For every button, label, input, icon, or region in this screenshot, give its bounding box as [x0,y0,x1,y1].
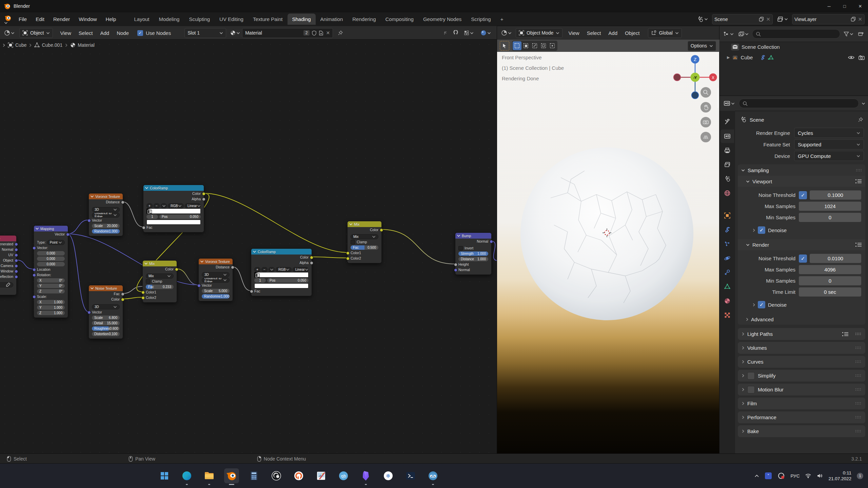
viewlayer-browse-icon[interactable] [775,16,789,23]
node-header[interactable]: ColorRamp [143,185,204,191]
node-mix[interactable]: MixColorMixClampFac0.233Color1Color2 [142,260,177,303]
slider-distance[interactable]: Distance1.000 [458,257,488,261]
properties-tab-scene[interactable] [721,172,734,186]
checkbox-clamp[interactable]: Clamp [143,279,177,284]
checkbox-invert[interactable]: Invert [455,245,491,251]
value-noise-threshold[interactable]: 0.0100 [810,254,861,263]
select-subtract-tool[interactable] [530,41,539,50]
advanced-subpanel-header[interactable]: Advanced [738,314,865,325]
tray-app-icon[interactable]: ” [765,472,772,480]
zoom-button[interactable] [701,87,711,98]
notification-badge[interactable]: 1 [857,473,863,479]
workspace-tab-layout[interactable]: Layout [129,14,154,25]
shader-menu-node[interactable]: Node [113,28,133,38]
node-dropdown[interactable]: Point [47,240,65,245]
taskbar-godot-icon[interactable] [426,468,440,483]
new-collection-icon[interactable] [857,32,865,37]
node-colorramp[interactable]: ColorRampColorAlpha+−RGBLinear1Pos0.050F… [251,248,312,296]
workspace-tab-texture-paint[interactable]: Texture Paint [248,14,288,25]
colorramp-position[interactable]: 1Pos0.050 [251,278,312,283]
workspace-tab-scripting[interactable]: Scripting [466,14,495,25]
denoise-toggle[interactable]: ✓Denoise [738,298,865,312]
dropdown-render-engine[interactable]: Cycles [794,128,864,138]
snap-target-icon[interactable] [462,30,475,36]
menu-help[interactable]: Help [101,14,121,24]
node-header[interactable]: Voronoi Texture [199,259,233,264]
workspace-tab-shading[interactable]: Shading [288,14,316,25]
select-intersect-tool[interactable] [548,41,557,50]
colorramp-tools[interactable]: +−RGBLinear [251,267,312,272]
tray-status-icon[interactable] [777,472,785,480]
workspace-tab-modeling[interactable]: Modeling [154,14,184,25]
color-swatch[interactable] [146,220,201,225]
material-browse-icon[interactable] [229,30,241,36]
node-dropdown[interactable]: Mix [351,234,378,239]
checkbox-checked-icon[interactable]: ✓ [799,191,807,199]
viewport-3d[interactable]: Front Perspective (1) Scene Collection |… [497,40,719,454]
section-bake[interactable]: Bake [738,425,865,437]
viewport-subpanel-header[interactable]: Viewport [738,176,865,187]
properties-tab-modifier[interactable] [721,223,734,237]
menu-edit[interactable]: Edit [31,14,49,24]
value-noise-threshold[interactable]: 0.1000 [810,190,861,200]
taskbar-openproject-icon[interactable] [291,468,306,483]
value-field[interactable]: Z1.000 [37,311,65,315]
taskbar-powershell-icon[interactable] [403,468,418,483]
viewlayer-selector[interactable]: ViewLayer ✕ [792,14,865,24]
shader-menu-select[interactable]: Select [75,28,97,38]
node-header[interactable]: Texture Coordinate [0,236,16,241]
value-max-samples[interactable]: 4096 [799,265,861,274]
use-nodes-toggle[interactable]: ✓ Use Nodes [137,30,171,36]
tweak-tool-button[interactable] [500,41,509,50]
section-curves[interactable]: Curves [738,356,865,368]
node-header[interactable]: Bump [455,233,491,239]
breadcrumb-cube.001[interactable]: Cube.001 [34,42,62,48]
display-mode-icon[interactable] [722,32,735,37]
taskbar-blender-icon[interactable] [224,468,239,483]
volume-icon[interactable] [817,473,823,478]
value-max-samples[interactable]: 1024 [799,202,861,211]
section-simplify[interactable]: Simplify [738,370,865,382]
dropdown-device[interactable]: GPU Compute [794,151,864,161]
properties-tab-data[interactable] [721,280,734,293]
editor-type-icon[interactable] [722,100,736,107]
value-field[interactable]: X0° [37,278,65,283]
checkbox-clamp[interactable]: Clamp [348,239,381,245]
navigation-gizmo[interactable]: Z X -Y [670,52,719,103]
clock[interactable]: 0:11 21.07.2022 [828,470,851,482]
fake-user-shield-icon[interactable] [312,30,316,36]
node-dropdown[interactable]: 3D [92,207,120,212]
slider-fac[interactable]: Fac0.500 [351,245,378,250]
properties-tab-world[interactable] [721,186,734,200]
render-subpanel-header[interactable]: Render [738,239,865,250]
section-motion-blur[interactable]: Motion Blur [738,384,865,395]
value-field[interactable]: Z0° [37,289,65,293]
node-dropdown[interactable]: 3D [92,304,120,309]
outliner-row-scene-collection[interactable]: Scene Collection [719,42,868,52]
close-icon[interactable]: ✕ [858,16,862,22]
slider-strength[interactable]: Strength1.000 [458,251,488,256]
properties-tab-particles[interactable] [721,237,734,251]
node-mapping[interactable]: MappingVectorType:PointVector:0.0000.000… [34,225,68,318]
copy-icon[interactable] [759,17,764,22]
pan-hand-button[interactable] [701,102,711,113]
taskbar-edge-icon[interactable] [179,468,194,483]
pin-icon[interactable] [858,117,863,122]
breadcrumb-material[interactable]: Material [70,42,95,48]
node-header[interactable]: Voronoi Texture [89,194,123,199]
taskbar-obsidian-icon[interactable] [358,468,373,483]
node-header[interactable]: Mix [348,221,381,227]
node-header[interactable]: Noise Texture [89,285,123,291]
toggle-perspective-button[interactable] [701,132,711,142]
node-header[interactable]: Mix [143,261,177,266]
section-film[interactable]: Film [738,398,865,409]
wifi-icon[interactable] [805,473,811,478]
colorramp-gradient[interactable] [254,272,309,278]
properties-tab-viewlayer[interactable] [721,158,734,171]
value-field[interactable]: X1.000 [37,300,65,304]
node-header[interactable]: Mapping [34,226,68,231]
select-invert-tool[interactable] [539,41,548,50]
close-icon[interactable]: ✕ [766,16,770,22]
slider-distortion[interactable]: Distortion0.100 [92,332,120,336]
value-field[interactable]: Y0° [37,284,65,288]
